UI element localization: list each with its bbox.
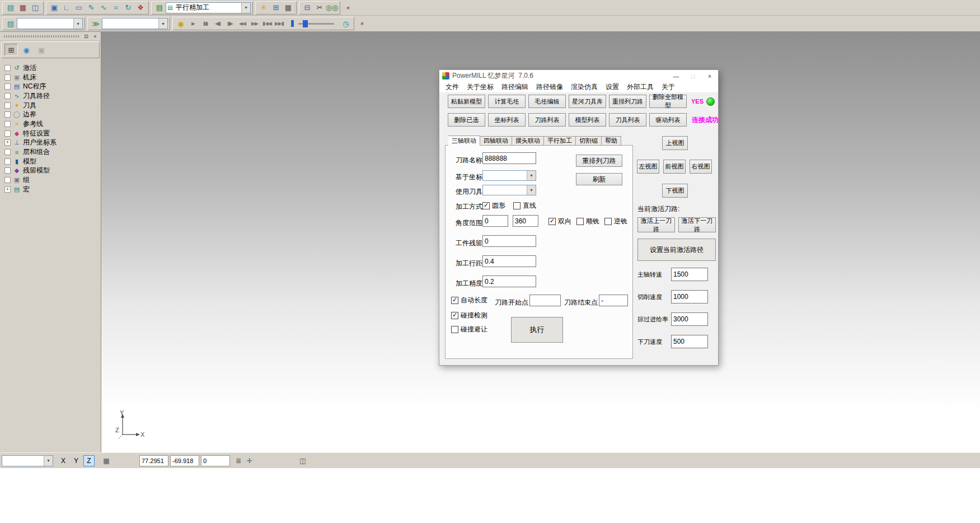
sidebar-item-tools[interactable]: ✦ 刀具 [4,101,101,110]
toolpath-list-icon[interactable]: ▤ [4,17,17,30]
end-point-input[interactable] [599,295,628,306]
tool-combo[interactable]: ▾ [102,18,168,29]
activate-next-toolpath-button[interactable]: 激活下一刀路 [678,217,716,232]
collision-avoid-checkbox[interactable]: 碰撞避让 [451,325,487,334]
drag-grip[interactable] [4,35,79,38]
checkbox-icon[interactable] [482,202,490,209]
sidebar-item-models[interactable]: ▮ 模型 [4,157,101,166]
menu-render-sim[interactable]: 渲染仿真 [567,82,602,92]
speed-slider[interactable] [291,20,334,27]
expand-toggle-icon[interactable] [4,167,11,174]
cutting-feed-input[interactable] [671,290,708,303]
rewind-button[interactable]: ◀◀ [236,18,248,29]
model-list-button[interactable]: 模型列表 [569,113,606,127]
expand-toggle-icon[interactable]: + [4,139,11,146]
panel-icon[interactable]: ⊟ [301,2,313,14]
tolerance-input[interactable] [482,275,536,287]
save-icon[interactable]: ▦ [17,2,29,14]
fast-forward-button[interactable]: ▶▶ [248,18,261,29]
go-end-button[interactable]: ▶▶▮ [273,18,285,29]
pause-button[interactable]: ▮▮ [199,18,212,29]
expand-toggle-icon[interactable] [4,177,11,183]
calculator-icon[interactable]: ▦ [282,2,294,14]
coords-list-button[interactable]: 坐标列表 [488,113,526,127]
checkbox-icon[interactable] [451,297,458,304]
bottom-view-button[interactable]: 下视图 [662,184,688,198]
compute-block-button[interactable]: 计算毛坯 [488,95,526,108]
start-point-input[interactable] [529,295,561,306]
sidebar-item-macros[interactable]: + ▤ 宏 [4,185,101,194]
coord-y-field[interactable] [170,455,199,466]
sidebar-item-levels[interactable]: ≡ 层和组合 [4,147,101,157]
toolbar-close-icon[interactable]: × [344,3,353,12]
conventional-mill-checkbox[interactable]: 逆铣 [604,217,627,226]
menu-file[interactable]: 文件 [442,82,463,92]
pencil-icon[interactable]: ✎ [85,2,97,14]
page-icon[interactable]: ◫ [299,457,306,465]
chevron-down-icon[interactable]: ▾ [241,3,250,13]
rapid-feed-input[interactable] [671,312,708,326]
sidebar-item-boundaries[interactable]: ◯ 边界 [4,110,101,119]
toolpath-list-button[interactable]: 刀路列表 [528,113,566,127]
wave-icon[interactable]: ≈ [110,2,122,14]
sidebar-item-patterns[interactable]: ≈ 参考线 [4,119,101,129]
tab-four-axis[interactable]: 四轴联动 [480,136,512,146]
sidebar-item-toolpaths[interactable]: ∿ 刀具路径 [4,91,101,101]
scissors-icon[interactable]: ✂ [313,2,326,14]
sidebar-item-workplanes[interactable]: + ⊥ 用户坐标系 [4,138,101,148]
sidebar-item-groups[interactable]: ▣ 组 [4,175,101,185]
globe-button[interactable]: ◉ [20,44,33,56]
drive-list-button[interactable]: 驱动列表 [649,113,687,127]
slider-handle[interactable] [303,20,308,27]
strategy-list-icon[interactable]: ▤ [153,2,166,14]
collision-check-checkbox[interactable]: 碰撞检测 [451,311,487,320]
step-back-button[interactable]: ◀▮ [212,18,224,29]
tool-list-button[interactable]: 刀具列表 [609,113,646,127]
angle-to-input[interactable] [513,215,538,227]
z-axis-button[interactable]: Z [83,455,95,466]
expand-toggle-icon[interactable] [4,111,11,118]
panel-close-icon[interactable]: × [91,33,99,40]
angle-from-input[interactable] [482,215,508,227]
chevron-down-icon[interactable]: ▾ [158,18,167,29]
block-edit-button[interactable]: 毛坯编辑 [528,95,566,108]
bulb-icon[interactable]: ◉ [175,17,187,30]
maximize-icon[interactable]: □ [684,70,701,82]
chevron-down-icon[interactable]: ▾ [44,456,53,466]
climb-mill-checkbox[interactable]: 顺铣 [576,217,599,226]
chevron-down-icon[interactable]: ▾ [73,18,82,29]
use-tool-select[interactable]: ▾ [482,185,536,195]
tab-parallel[interactable]: 平行加工 [544,136,576,146]
paste-new-model-button[interactable]: 粘贴新模型 [448,95,485,108]
dock-icon[interactable]: ⊡ [82,33,90,40]
workplane-icon[interactable]: ∟ [60,2,73,14]
toolpath-name-input[interactable] [482,152,536,164]
block-icon[interactable]: ▣ [48,2,60,14]
stepover-input[interactable] [482,255,536,267]
menu-settings[interactable]: 设置 [602,82,623,92]
y-axis-button[interactable]: Y [71,455,82,466]
expand-toggle-icon[interactable] [4,102,11,109]
fan-tool-icon[interactable]: ✳ [257,2,270,14]
dialog-titlebar[interactable]: PowerMILL 忆梦星河 7.0.6 — □ × [439,70,718,82]
delete-selected-button[interactable]: 删除已选 [448,113,485,127]
menu-coords[interactable]: 关于坐标 [463,82,498,92]
menu-about[interactable]: 关于 [658,82,679,92]
execute-button[interactable]: 执行 [511,317,563,343]
checkbox-icon[interactable] [604,218,612,225]
coord-z-field[interactable] [201,455,230,466]
bidirectional-checkbox[interactable]: 双向 [548,217,571,226]
reorder-toolpaths-button[interactable]: 重排列刀路 [609,95,646,108]
expand-toggle-icon[interactable] [4,130,11,137]
based-coord-select[interactable]: ▾ [482,170,536,181]
sidebar-item-feature-sets[interactable]: ◆ 特征设置 [4,129,101,138]
expand-toggle-icon[interactable] [4,158,11,165]
circular-mode-checkbox[interactable]: 圆形 [482,201,505,211]
explorer-tree-button[interactable]: ⊞ [4,44,18,56]
reorder-toolpaths-panel-button[interactable]: 重排列刀路 [576,155,622,167]
tab-help[interactable]: 帮助 [602,136,621,146]
status-combo[interactable]: ▾ [2,455,53,466]
sidebar-item-machine-tools[interactable]: ▣ 机床 [4,73,101,82]
go-start-button[interactable]: ▮◀◀ [261,18,273,29]
right-view-button[interactable]: 右视图 [690,160,712,174]
